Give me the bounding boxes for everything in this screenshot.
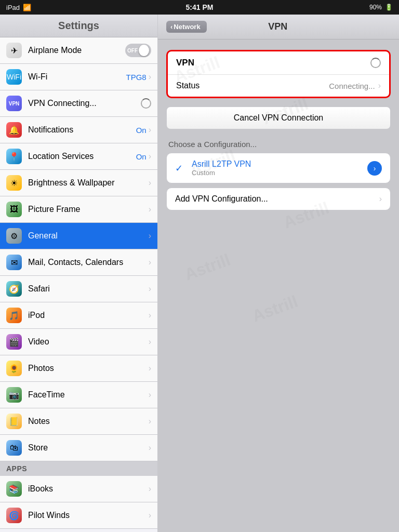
ibooks-label: iBooks	[28, 484, 149, 494]
facetime-chevron: ›	[149, 390, 151, 400]
add-config-label: Add VPN Configuration...	[175, 194, 268, 204]
sidebar-item-brightness[interactable]: ☀ Brightness & Wallpaper ›	[0, 170, 157, 196]
picture-label: Picture Frame	[28, 205, 149, 214]
ibooks-chevron: ›	[149, 484, 151, 494]
sidebar-item-notifications[interactable]: 🔔 Notifications On ›	[0, 117, 157, 143]
store-icon: 🛍	[6, 440, 22, 456]
safari-label: Safari	[28, 284, 149, 294]
sidebar-item-pilot-winds[interactable]: 🌀 Pilot Winds ›	[0, 502, 157, 529]
wifi-icon: 📶	[23, 4, 31, 11]
main-container: Settings ✈ Airplane Mode OFF WiFi Wi-Fi …	[0, 15, 399, 532]
brightness-chevron: ›	[149, 178, 151, 188]
config-item-asrill[interactable]: ✓ Asrill L2TP VPN Custom ›	[167, 153, 390, 183]
notes-icon: 📒	[6, 414, 22, 429]
facetime-label: FaceTime	[28, 390, 149, 400]
notes-label: Notes	[28, 417, 149, 426]
toggle-knob	[139, 45, 149, 56]
ipod-chevron: ›	[149, 311, 151, 320]
config-list: ✓ Asrill L2TP VPN Custom ›	[166, 153, 391, 183]
battery-display: 90%	[369, 4, 382, 11]
photos-label: Photos	[28, 364, 149, 373]
sidebar-item-vpn[interactable]: VPN VPN Connecting...	[0, 90, 157, 117]
right-panel: ‹ Network VPN Astrill Astrill Astrill As…	[158, 15, 399, 532]
device-label: iPad	[6, 4, 20, 11]
panel-header: ‹ Network VPN	[158, 15, 399, 39]
general-icon: ⚙	[6, 228, 22, 244]
safari-chevron: ›	[149, 284, 151, 294]
store-chevron: ›	[149, 443, 151, 453]
sidebar-item-photos[interactable]: 🌻 Photos ›	[0, 355, 157, 382]
watermark-5: Astrill	[182, 250, 233, 285]
video-label: Video	[28, 337, 149, 347]
sidebar-item-facetime[interactable]: 📷 FaceTime ›	[0, 382, 157, 408]
cancel-vpn-button[interactable]: Cancel VPN Connection	[166, 107, 391, 129]
config-info: Asrill L2TP VPN Custom	[192, 159, 367, 177]
sidebar-item-airplane-mode[interactable]: ✈ Airplane Mode OFF	[0, 37, 157, 64]
add-vpn-config-button[interactable]: Add VPN Configuration... ›	[166, 188, 391, 210]
add-config-chevron-icon: ›	[379, 194, 382, 204]
mail-chevron: ›	[149, 258, 151, 267]
sidebar-title: Settings	[0, 15, 157, 37]
picture-icon: 🖼	[6, 202, 22, 217]
location-chevron: ›	[149, 152, 151, 161]
general-chevron: ›	[149, 231, 151, 241]
airplane-label: Airplane Mode	[28, 46, 125, 55]
airplane-icon: ✈	[6, 43, 22, 58]
safari-icon: 🧭	[6, 281, 22, 297]
panel-title: VPN	[207, 21, 349, 32]
sidebar-item-picture-frame[interactable]: 🖼 Picture Frame ›	[0, 196, 157, 223]
status-right: 90% 🔋	[369, 4, 393, 11]
pilot-chevron: ›	[149, 511, 151, 520]
wifi-label: Wi-Fi	[28, 72, 126, 82]
circle-chevron-icon: ›	[374, 164, 376, 172]
picture-chevron: ›	[149, 205, 151, 214]
sidebar-item-store[interactable]: 🛍 Store ›	[0, 435, 157, 461]
watermark-6: Astrill	[249, 292, 300, 326]
status-left: iPad 📶	[6, 4, 31, 11]
location-label: Location Services	[28, 152, 136, 161]
sidebar-item-general[interactable]: ⚙ General ›	[0, 223, 157, 249]
battery-icon: 🔋	[385, 4, 393, 11]
general-label: General	[28, 231, 149, 241]
pilot-icon: 🌀	[6, 508, 22, 523]
sidebar-item-mail[interactable]: ✉ Mail, Contacts, Calendars ›	[0, 249, 157, 276]
sidebar-item-safari[interactable]: 🧭 Safari ›	[0, 276, 157, 302]
back-button-label: Network	[174, 23, 200, 31]
vpn-status-row[interactable]: Status Connecting... ›	[168, 75, 389, 97]
sidebar-item-video[interactable]: 🎬 Video ›	[0, 329, 157, 355]
facetime-icon: 📷	[6, 387, 22, 403]
video-icon: 🎬	[6, 334, 22, 350]
photos-icon: 🌻	[6, 361, 22, 376]
brightness-label: Brightness & Wallpaper	[28, 178, 149, 188]
choose-config-label: Choose a Configuration...	[166, 140, 391, 149]
airplane-toggle[interactable]: OFF	[125, 44, 151, 57]
sidebar-item-ipod[interactable]: 🎵 iPod ›	[0, 302, 157, 329]
sidebar-item-ibooks[interactable]: 📚 iBooks ›	[0, 476, 157, 502]
toggle-off-label: OFF	[127, 48, 138, 54]
vpn-box-title-row: VPN	[168, 51, 389, 75]
status-bar: iPad 📶 5:41 PM 90% 🔋	[0, 0, 399, 15]
notifications-label: Notifications	[28, 125, 136, 135]
ipod-label: iPod	[28, 311, 149, 320]
vpn-icon: VPN	[6, 96, 22, 111]
sidebar-item-wifi[interactable]: WiFi Wi-Fi TPG8 ›	[0, 64, 157, 90]
content-area: Astrill Astrill Astrill Astrill Astrill …	[158, 39, 399, 532]
config-detail-button[interactable]: ›	[367, 161, 382, 176]
mail-label: Mail, Contacts, Calendars	[28, 258, 149, 267]
time-display: 5:41 PM	[186, 3, 214, 11]
back-button[interactable]: ‹ Network	[166, 21, 207, 33]
wifi-chevron: ›	[149, 72, 151, 82]
notifications-chevron: ›	[149, 125, 151, 135]
vpn-status-label: Status	[176, 81, 200, 90]
vpn-box-title-text: VPN	[176, 58, 194, 68]
sidebar: Settings ✈ Airplane Mode OFF WiFi Wi-Fi …	[0, 15, 158, 532]
wifi-icon: WiFi	[6, 69, 22, 85]
sidebar-item-location[interactable]: 📍 Location Services On ›	[0, 143, 157, 170]
sidebar-item-notes[interactable]: 📒 Notes ›	[0, 408, 157, 435]
connecting-text: Connecting...	[329, 82, 375, 90]
config-check-icon: ✓	[175, 163, 185, 174]
store-label: Store	[28, 443, 149, 453]
notes-chevron: ›	[149, 417, 151, 426]
wifi-value: TPG8	[126, 73, 146, 82]
video-chevron: ›	[149, 337, 151, 347]
